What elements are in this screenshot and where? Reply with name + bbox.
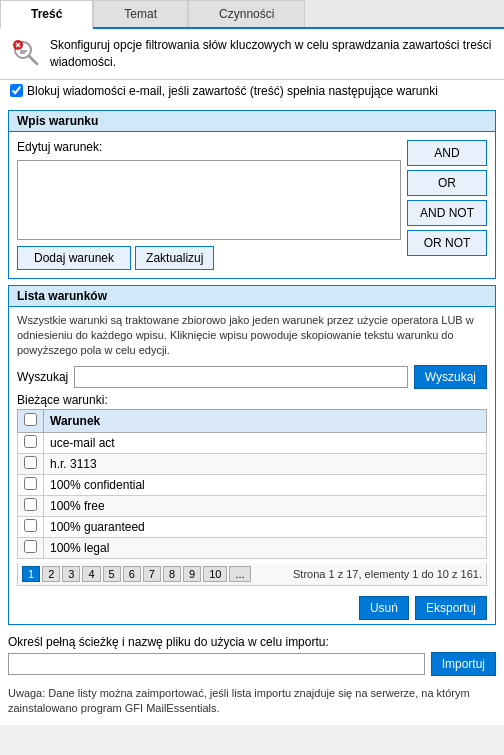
page-5[interactable]: 5 — [103, 566, 121, 582]
svg-line-1 — [29, 56, 37, 64]
edit-condition-label: Edytuj warunek: — [17, 140, 401, 154]
row-checkbox-1[interactable] — [24, 435, 37, 448]
row-checkbox-3[interactable] — [24, 477, 37, 490]
pagination: 1 2 3 4 5 6 7 8 9 10 ... Strona 1 z 17, … — [17, 563, 487, 586]
page-more[interactable]: ... — [229, 566, 250, 582]
table-row: 100% confidential — [18, 474, 487, 495]
select-all-checkbox[interactable] — [24, 413, 37, 426]
wpis-panel: Wpis warunku Edytuj warunek: Dodaj warun… — [8, 110, 496, 279]
wpis-panel-body: Edytuj warunek: Dodaj warunek Zaktualizu… — [9, 132, 495, 278]
search-row: Wyszukaj Wyszukaj — [17, 365, 487, 389]
page-2[interactable]: 2 — [42, 566, 60, 582]
page-6[interactable]: 6 — [123, 566, 141, 582]
import-label: Określ pełną ścieżkę i nazwę pliku do uż… — [8, 635, 496, 649]
export-button[interactable]: Eksportuj — [415, 596, 487, 620]
import-button[interactable]: Importuj — [431, 652, 496, 676]
block-checkbox[interactable] — [10, 84, 23, 97]
info-description: Skonfiguruj opcje filtrowania słów klucz… — [50, 37, 494, 71]
row-checkbox-5[interactable] — [24, 519, 37, 532]
block-checkbox-row[interactable]: Blokuj wiadomości e-mail, jeśli zawartoś… — [0, 80, 504, 104]
footer-note: Uwaga: Dane listy można zaimportować, je… — [0, 682, 504, 725]
table-row: uce-mail act — [18, 432, 487, 453]
or-not-button[interactable]: OR NOT — [407, 230, 487, 256]
search-input[interactable] — [74, 366, 408, 388]
row-value-1[interactable]: uce-mail act — [44, 432, 487, 453]
and-button[interactable]: AND — [407, 140, 487, 166]
wpis-panel-title: Wpis warunku — [9, 111, 495, 132]
search-label: Wyszukaj — [17, 370, 68, 384]
tab-temat[interactable]: Temat — [93, 0, 188, 27]
lista-description: Wszystkie warunki są traktowane zbiorowo… — [17, 313, 487, 359]
tab-tresc[interactable]: Treść — [0, 0, 93, 29]
table-row: h.r. 3113 — [18, 453, 487, 474]
or-button[interactable]: OR — [407, 170, 487, 196]
condition-left: Edytuj warunek: Dodaj warunek Zaktualizu… — [17, 140, 401, 270]
row-value-6[interactable]: 100% legal — [44, 537, 487, 558]
row-value-3[interactable]: 100% confidential — [44, 474, 487, 495]
biezace-label: Bieżące warunki: — [17, 393, 487, 407]
page-10[interactable]: 10 — [203, 566, 227, 582]
page-3[interactable]: 3 — [62, 566, 80, 582]
block-checkbox-label: Blokuj wiadomości e-mail, jeśli zawartoś… — [27, 84, 438, 98]
table-row: 100% guaranteed — [18, 516, 487, 537]
and-not-button[interactable]: AND NOT — [407, 200, 487, 226]
row-checkbox-6[interactable] — [24, 540, 37, 553]
page-1[interactable]: 1 — [22, 566, 40, 582]
search-button[interactable]: Wyszukaj — [414, 365, 487, 389]
page-numbers: 1 2 3 4 5 6 7 8 9 10 ... — [22, 566, 251, 582]
col-header-warunek: Warunek — [44, 409, 487, 432]
page-4[interactable]: 4 — [82, 566, 100, 582]
import-section: Określ pełną ścieżkę i nazwę pliku do uż… — [0, 631, 504, 682]
row-checkbox-2[interactable] — [24, 456, 37, 469]
import-path-input[interactable] — [8, 653, 425, 675]
lista-panel: Lista warunków Wszystkie warunki są trak… — [8, 285, 496, 625]
page-status: Strona 1 z 17, elementy 1 do 10 z 161. — [293, 568, 482, 580]
tab-bar: Treść Temat Czynności — [0, 0, 504, 29]
row-value-2[interactable]: h.r. 3113 — [44, 453, 487, 474]
operator-buttons: AND OR AND NOT OR NOT — [407, 140, 487, 270]
update-condition-button[interactable]: Zaktualizuj — [135, 246, 214, 270]
bottom-action-buttons: Usuń Eksportuj — [9, 592, 495, 624]
table-row: 100% free — [18, 495, 487, 516]
row-checkbox-4[interactable] — [24, 498, 37, 511]
page-7[interactable]: 7 — [143, 566, 161, 582]
page-8[interactable]: 8 — [163, 566, 181, 582]
page-9[interactable]: 9 — [183, 566, 201, 582]
lista-panel-body: Wszystkie warunki są traktowane zbiorowo… — [9, 307, 495, 592]
row-value-4[interactable]: 100% free — [44, 495, 487, 516]
filter-icon — [10, 37, 42, 69]
import-row: Importuj — [8, 652, 496, 676]
condition-action-buttons: Dodaj warunek Zaktualizuj — [17, 246, 401, 270]
add-condition-button[interactable]: Dodaj warunek — [17, 246, 131, 270]
delete-button[interactable]: Usuń — [359, 596, 409, 620]
main-content: Skonfiguruj opcje filtrowania słów klucz… — [0, 29, 504, 725]
condition-textarea[interactable] — [17, 160, 401, 240]
info-section: Skonfiguruj opcje filtrowania słów klucz… — [0, 29, 504, 80]
row-value-5[interactable]: 100% guaranteed — [44, 516, 487, 537]
lista-panel-title: Lista warunków — [9, 286, 495, 307]
conditions-table: Warunek uce-mail act h.r. 3113 100% conf… — [17, 409, 487, 559]
tab-czynnosci[interactable]: Czynności — [188, 0, 305, 27]
table-row: 100% legal — [18, 537, 487, 558]
condition-section: Edytuj warunek: Dodaj warunek Zaktualizu… — [17, 140, 487, 270]
col-header-checkbox — [18, 409, 44, 432]
